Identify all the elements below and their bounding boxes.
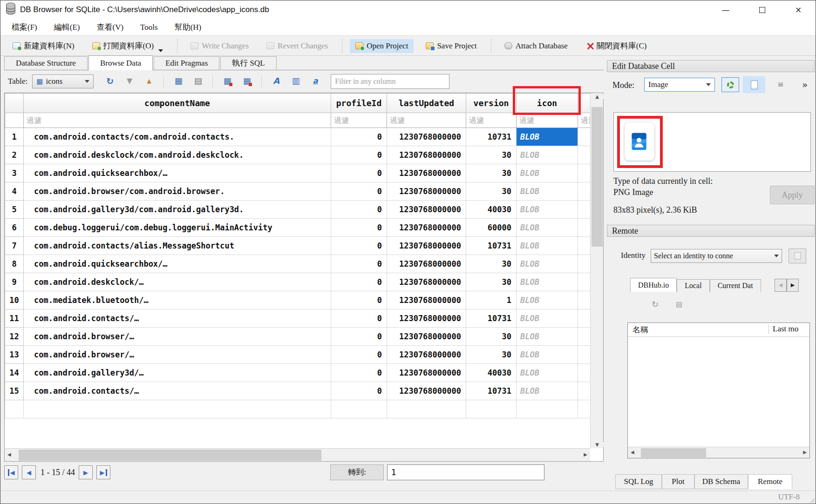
cell-version[interactable]: 30 (466, 346, 517, 364)
write-changes-button[interactable]: Write Changes (185, 39, 254, 53)
cell-profileId[interactable]: 0 (331, 255, 387, 273)
menu-tools[interactable]: Tools (134, 21, 164, 34)
filter-input-icon[interactable] (517, 113, 578, 128)
cell-lastUpdated[interactable]: 1230768000000 (387, 346, 466, 364)
new-database-button[interactable]: 新建資料庫(N) (7, 38, 80, 54)
cell-componentName[interactable]: com.android.browser/com.android.browser. (24, 182, 331, 201)
resize-grip[interactable] (809, 497, 815, 503)
cell-componentName[interactable]: com.android.contacts/alias.MessageShortc… (24, 237, 331, 255)
filter-any-column-input[interactable] (331, 74, 449, 89)
menu-help[interactable]: 幫助(H) (168, 20, 208, 34)
cell-profileId[interactable]: 0 (331, 291, 387, 309)
cell-lastUpdated[interactable]: 1230768000000 (387, 309, 466, 328)
tab--sql[interactable]: 執行 SQL (220, 56, 276, 70)
last-record-button[interactable]: ▶ (96, 465, 110, 479)
cell-componentName[interactable]: com.android.deskclock/… (24, 273, 331, 291)
cell-profileId[interactable]: 0 (331, 328, 387, 346)
close-button[interactable]: × (780, 0, 816, 19)
name-column-header[interactable]: 名稱 (632, 324, 648, 335)
clear-filter-icon[interactable]: ▲ (143, 75, 155, 87)
cell-lastUpdated[interactable]: 1230768000000 (387, 291, 466, 309)
cell-version[interactable]: 10731 (466, 382, 517, 400)
cell-profileId[interactable]: 0 (331, 201, 387, 219)
cell-icon[interactable]: BLOB (517, 382, 578, 400)
cell-profileId[interactable]: 0 (331, 346, 387, 364)
tab-scroll-left-button[interactable]: ◀ (775, 279, 787, 292)
last-modified-column-header[interactable]: Last mo (768, 324, 810, 334)
cell-version[interactable]: 30 (466, 255, 517, 273)
column-header-version[interactable]: version (466, 94, 517, 113)
cell-icon[interactable]: BLOB (517, 309, 578, 328)
cell-icon[interactable]: BLOB (517, 182, 578, 201)
mode-selector[interactable]: Image (644, 78, 715, 92)
dock-tab-db-schema[interactable]: DB Schema (694, 474, 748, 489)
cell-profileId[interactable]: 0 (331, 382, 387, 400)
cell-componentName[interactable]: com.android.browser/… (24, 328, 331, 346)
cell-ic[interactable] (578, 291, 591, 309)
toolbar-overflow-button[interactable]: » (798, 79, 812, 91)
word-wrap-button[interactable]: ≡ (774, 79, 788, 91)
goto-button[interactable]: 轉到: (330, 464, 384, 480)
scroll-down-icon[interactable]: ▼ (591, 442, 604, 447)
close-database-button[interactable]: 關閉資料庫(C) (580, 38, 653, 54)
sort-az-icon[interactable]: a (310, 75, 321, 87)
scroll-right-icon[interactable]: ▶ (803, 450, 807, 455)
table-selector[interactable]: ▦ icons (32, 74, 94, 88)
row-number[interactable]: 13 (5, 346, 24, 364)
row-number[interactable]: 11 (5, 309, 24, 328)
cell-ic[interactable] (578, 146, 591, 164)
cell-componentName[interactable]: com.android.contacts/… (24, 309, 331, 328)
tab-scroll-right-button[interactable]: ▶ (787, 279, 799, 292)
tab-edit-pragmas[interactable]: Edit Pragmas (154, 56, 219, 70)
cell-icon[interactable]: BLOB (517, 146, 578, 164)
row-number[interactable]: 12 (5, 328, 24, 346)
cell-lastUpdated[interactable]: 1230768000000 (387, 328, 466, 346)
save-table-icon[interactable]: ▦ (173, 75, 184, 87)
cell-profileId[interactable]: 0 (331, 128, 387, 146)
identity-selector[interactable]: Select an identity to conne (651, 249, 782, 263)
refresh-icon[interactable]: ↻ (104, 75, 116, 87)
cell-profileId[interactable]: 0 (331, 219, 387, 237)
insert-record-icon[interactable]: ▦ (222, 75, 233, 87)
cell-ic[interactable] (578, 219, 591, 237)
cell-lastUpdated[interactable]: 1230768000000 (387, 364, 466, 382)
cell-ic[interactable] (578, 382, 591, 400)
dock-tab-sql-log[interactable]: SQL Log (615, 474, 662, 489)
filter-input-lastUpdated[interactable] (387, 113, 466, 128)
dropdown-caret-icon[interactable] (158, 49, 163, 52)
cell-ic[interactable] (578, 237, 591, 255)
delete-record-icon[interactable]: ▦ (241, 75, 252, 87)
menu-view[interactable]: 查看(V) (90, 20, 130, 34)
cell-icon[interactable]: BLOB (517, 273, 578, 291)
filter-input-version[interactable] (466, 113, 516, 128)
column-header-lastUpdated[interactable]: lastUpdated (387, 94, 466, 113)
dock-tab-plot[interactable]: Plot (662, 474, 694, 489)
row-number[interactable]: 1 (5, 128, 24, 146)
cell-componentName[interactable]: com.debug.loggerui/com.debug.loggerui.Ma… (24, 219, 331, 237)
row-number[interactable]: 15 (5, 382, 24, 400)
cell-componentName[interactable]: com.android.contacts/com.android.contact… (24, 128, 331, 146)
cell-version[interactable]: 40030 (466, 201, 517, 219)
tab-database-structure[interactable]: Database Structure (4, 56, 88, 70)
tab-browse-data[interactable]: Browse Data (88, 55, 153, 70)
cell-lastUpdated[interactable]: 1230768000000 (387, 255, 466, 273)
cell-version[interactable]: 60000 (466, 219, 517, 237)
cell-ic[interactable] (578, 364, 591, 382)
row-number[interactable]: 9 (5, 273, 24, 291)
cell-ic[interactable] (578, 201, 591, 219)
filter-icon[interactable]: ▼ (124, 75, 135, 87)
clone-database-button[interactable] (789, 249, 806, 263)
cell-icon[interactable]: BLOB (517, 291, 578, 309)
print-icon[interactable]: ▤ (192, 75, 204, 87)
first-record-button[interactable]: ◀ (4, 465, 18, 479)
cell-icon[interactable]: BLOB (517, 346, 578, 364)
cell-componentName[interactable]: com.android.contacts/… (24, 382, 331, 400)
cell-version[interactable]: 30 (466, 146, 517, 164)
previous-record-button[interactable]: ◀ (22, 465, 36, 479)
cell-componentName[interactable]: com.android.gallery3d/… (24, 364, 331, 382)
scroll-left-icon[interactable]: ◀ (631, 450, 634, 455)
cell-version[interactable]: 30 (466, 182, 517, 201)
scroll-right-icon[interactable]: ▶ (584, 452, 587, 457)
save-as-icon[interactable]: ▥ (290, 75, 301, 87)
cell-ic[interactable] (578, 273, 591, 291)
